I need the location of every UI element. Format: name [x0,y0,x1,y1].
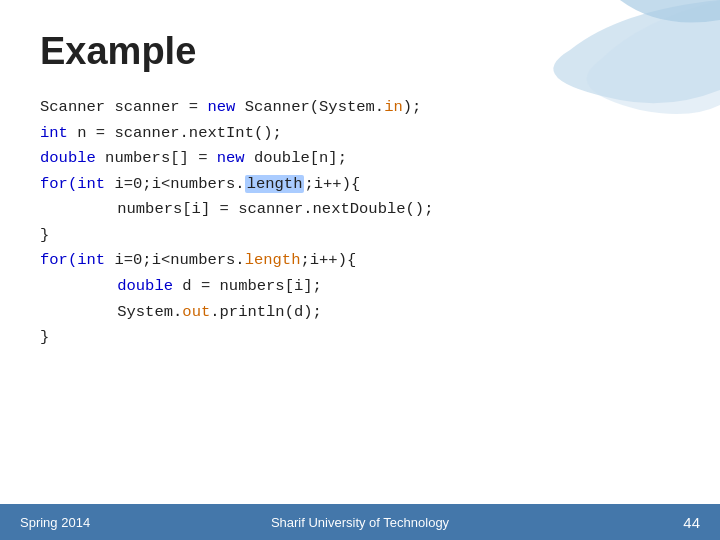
line4-rest: i=0;i<numbers. [105,175,245,193]
footer-page-number: 44 [683,514,700,531]
system-text: System. [117,303,182,321]
line2-rest: n = scanner.nextInt(); [68,124,282,142]
line1-end: ); [403,98,422,116]
double-keyword-2: double [117,277,173,295]
scanner-keyword: Scanner scanner = [40,98,207,116]
println-text: .println(d); [210,303,322,321]
code-line-10: } [40,325,680,351]
int-keyword-1: int [40,124,68,142]
code-line-3: double numbers[] = new double[n]; [40,146,680,172]
code-line-6: } [40,223,680,249]
scanner-constructor: Scanner(System. [235,98,384,116]
double-keyword-1: double [40,149,96,167]
line7-end: ;i++){ [300,251,356,269]
out-keyword: out [182,303,210,321]
footer-semester: Spring 2014 [20,515,90,530]
footer-bar: Spring 2014 Sharif University of Technol… [0,504,720,540]
line4-end: ;i++){ [304,175,360,193]
in-keyword: in [384,98,403,116]
line3-middle: numbers[] = [96,149,217,167]
line7-rest: i=0;i<numbers. [105,251,245,269]
for-keyword-2: for( [40,251,77,269]
int-keyword-3: int [77,251,105,269]
new-keyword-2: new [217,149,245,167]
code-line-9: System.out.println(d); [40,300,680,326]
length-highlight-1: length [245,175,305,193]
line3-rest: double[n]; [245,149,347,167]
int-keyword-2: int [77,175,105,193]
line8-rest: d = numbers[i]; [173,277,322,295]
code-block: Scanner scanner = new Scanner(System.in)… [40,95,680,351]
page-title: Example [40,30,680,73]
code-line-2: int n = scanner.nextInt(); [40,121,680,147]
code-line-4: for(int i=0;i<numbers.length;i++){ [40,172,680,198]
code-line-8: double d = numbers[i]; [40,274,680,300]
code-line-7: for(int i=0;i<numbers.length;i++){ [40,248,680,274]
for-keyword-1: for( [40,175,77,193]
footer-university: Sharif University of Technology [271,515,449,530]
new-keyword-1: new [207,98,235,116]
length-keyword-2: length [245,251,301,269]
code-line-5: numbers[i] = scanner.nextDouble(); [40,197,680,223]
code-line-1: Scanner scanner = new Scanner(System.in)… [40,95,680,121]
